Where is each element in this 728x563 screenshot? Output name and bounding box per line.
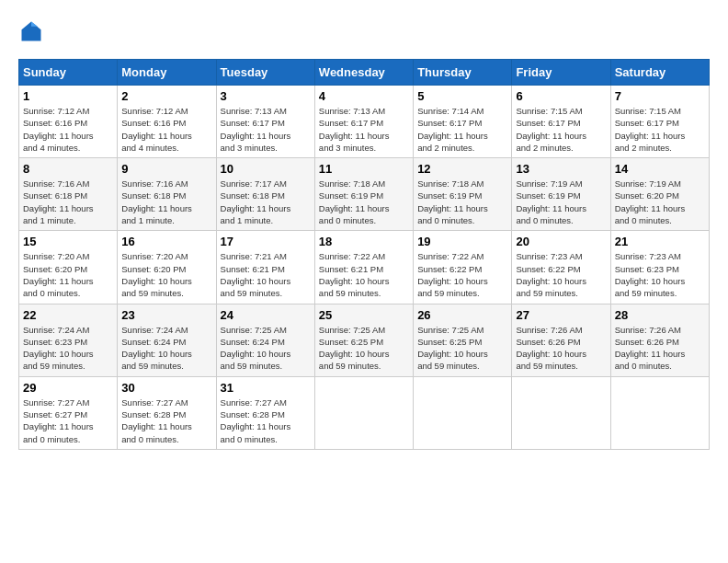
day-number: 30	[121, 381, 211, 395]
page-header	[18, 18, 710, 44]
calendar-cell: 9Sunrise: 7:16 AM Sunset: 6:18 PM Daylig…	[118, 158, 216, 231]
day-number: 24	[221, 308, 311, 322]
day-info: Sunrise: 7:21 AM Sunset: 6:21 PM Dayligh…	[221, 250, 311, 299]
day-info: Sunrise: 7:17 AM Sunset: 6:18 PM Dayligh…	[221, 178, 311, 226]
calendar-cell: 16Sunrise: 7:20 AM Sunset: 6:20 PM Dayli…	[118, 231, 216, 304]
day-number: 11	[319, 162, 409, 176]
col-header-thursday: Thursday	[414, 60, 512, 86]
day-number: 6	[516, 89, 606, 103]
day-number: 29	[23, 381, 113, 395]
day-number: 7	[615, 89, 705, 103]
col-header-friday: Friday	[512, 60, 610, 86]
day-number: 15	[23, 235, 113, 248]
day-info: Sunrise: 7:25 AM Sunset: 6:25 PM Dayligh…	[319, 324, 409, 373]
day-number: 10	[221, 162, 311, 176]
calendar-cell: 4Sunrise: 7:13 AM Sunset: 6:17 PM Daylig…	[314, 86, 413, 158]
day-number: 9	[121, 162, 211, 176]
day-info: Sunrise: 7:26 AM Sunset: 6:26 PM Dayligh…	[516, 324, 606, 373]
calendar-header-row: SundayMondayTuesdayWednesdayThursdayFrid…	[19, 60, 710, 86]
day-info: Sunrise: 7:15 AM Sunset: 6:17 PM Dayligh…	[516, 105, 606, 154]
calendar-cell: 14Sunrise: 7:19 AM Sunset: 6:20 PM Dayli…	[610, 158, 709, 231]
calendar-cell: 2Sunrise: 7:12 AM Sunset: 6:16 PM Daylig…	[118, 86, 216, 158]
day-number: 21	[615, 235, 705, 248]
calendar-week-row: 29Sunrise: 7:27 AM Sunset: 6:27 PM Dayli…	[19, 376, 710, 449]
day-info: Sunrise: 7:27 AM Sunset: 6:28 PM Dayligh…	[121, 396, 211, 445]
calendar-cell	[314, 376, 413, 449]
day-info: Sunrise: 7:16 AM Sunset: 6:18 PM Dayligh…	[121, 178, 211, 226]
calendar-cell: 31Sunrise: 7:27 AM Sunset: 6:28 PM Dayli…	[216, 376, 314, 449]
calendar-cell: 6Sunrise: 7:15 AM Sunset: 6:17 PM Daylig…	[512, 86, 610, 158]
day-info: Sunrise: 7:23 AM Sunset: 6:22 PM Dayligh…	[516, 250, 606, 299]
calendar-cell: 11Sunrise: 7:18 AM Sunset: 6:19 PM Dayli…	[314, 158, 413, 231]
calendar-cell: 22Sunrise: 7:24 AM Sunset: 6:23 PM Dayli…	[19, 304, 118, 376]
day-info: Sunrise: 7:19 AM Sunset: 6:20 PM Dayligh…	[615, 178, 705, 226]
day-info: Sunrise: 7:12 AM Sunset: 6:16 PM Dayligh…	[121, 105, 211, 154]
calendar-cell	[414, 376, 512, 449]
day-number: 3	[221, 89, 311, 103]
calendar-week-row: 15Sunrise: 7:20 AM Sunset: 6:20 PM Dayli…	[19, 231, 710, 304]
calendar-cell: 13Sunrise: 7:19 AM Sunset: 6:19 PM Dayli…	[512, 158, 610, 231]
day-info: Sunrise: 7:14 AM Sunset: 6:17 PM Dayligh…	[417, 105, 507, 154]
calendar-cell: 1Sunrise: 7:12 AM Sunset: 6:16 PM Daylig…	[19, 86, 118, 158]
day-number: 20	[516, 235, 606, 248]
calendar-cell	[512, 376, 610, 449]
day-info: Sunrise: 7:20 AM Sunset: 6:20 PM Dayligh…	[121, 250, 211, 299]
calendar-week-row: 1Sunrise: 7:12 AM Sunset: 6:16 PM Daylig…	[19, 86, 710, 158]
calendar-cell: 19Sunrise: 7:22 AM Sunset: 6:22 PM Dayli…	[414, 231, 512, 304]
calendar-cell: 18Sunrise: 7:22 AM Sunset: 6:21 PM Dayli…	[314, 231, 413, 304]
svg-marker-1	[31, 22, 38, 27]
day-number: 4	[319, 89, 409, 103]
day-number: 26	[417, 308, 507, 322]
calendar-cell: 30Sunrise: 7:27 AM Sunset: 6:28 PM Dayli…	[118, 376, 216, 449]
day-number: 8	[23, 162, 113, 176]
calendar-cell	[610, 376, 709, 449]
calendar-cell: 10Sunrise: 7:17 AM Sunset: 6:18 PM Dayli…	[216, 158, 314, 231]
day-number: 18	[319, 235, 409, 248]
day-info: Sunrise: 7:18 AM Sunset: 6:19 PM Dayligh…	[319, 178, 409, 226]
col-header-sunday: Sunday	[19, 60, 118, 86]
day-info: Sunrise: 7:24 AM Sunset: 6:24 PM Dayligh…	[121, 324, 211, 373]
calendar-cell: 15Sunrise: 7:20 AM Sunset: 6:20 PM Dayli…	[19, 231, 118, 304]
calendar-cell: 12Sunrise: 7:18 AM Sunset: 6:19 PM Dayli…	[414, 158, 512, 231]
day-info: Sunrise: 7:18 AM Sunset: 6:19 PM Dayligh…	[417, 178, 507, 226]
day-number: 31	[221, 381, 311, 395]
day-info: Sunrise: 7:16 AM Sunset: 6:18 PM Dayligh…	[23, 178, 113, 226]
calendar-cell: 21Sunrise: 7:23 AM Sunset: 6:23 PM Dayli…	[610, 231, 709, 304]
calendar-cell: 28Sunrise: 7:26 AM Sunset: 6:26 PM Dayli…	[610, 304, 709, 376]
day-number: 13	[516, 162, 606, 176]
calendar-cell: 20Sunrise: 7:23 AM Sunset: 6:22 PM Dayli…	[512, 231, 610, 304]
day-number: 22	[23, 308, 113, 322]
day-info: Sunrise: 7:24 AM Sunset: 6:23 PM Dayligh…	[23, 324, 113, 373]
day-info: Sunrise: 7:23 AM Sunset: 6:23 PM Dayligh…	[615, 250, 705, 299]
day-number: 19	[417, 235, 507, 248]
calendar-cell: 26Sunrise: 7:25 AM Sunset: 6:25 PM Dayli…	[414, 304, 512, 376]
day-info: Sunrise: 7:15 AM Sunset: 6:17 PM Dayligh…	[615, 105, 705, 154]
day-info: Sunrise: 7:25 AM Sunset: 6:25 PM Dayligh…	[417, 324, 507, 373]
day-info: Sunrise: 7:19 AM Sunset: 6:19 PM Dayligh…	[516, 178, 606, 226]
day-number: 14	[615, 162, 705, 176]
col-header-monday: Monday	[118, 60, 216, 86]
day-info: Sunrise: 7:22 AM Sunset: 6:22 PM Dayligh…	[417, 250, 507, 299]
calendar-cell: 27Sunrise: 7:26 AM Sunset: 6:26 PM Dayli…	[512, 304, 610, 376]
calendar-cell: 7Sunrise: 7:15 AM Sunset: 6:17 PM Daylig…	[610, 86, 709, 158]
col-header-tuesday: Tuesday	[216, 60, 314, 86]
day-number: 16	[121, 235, 211, 248]
day-number: 1	[23, 89, 113, 103]
day-info: Sunrise: 7:13 AM Sunset: 6:17 PM Dayligh…	[319, 105, 409, 154]
day-info: Sunrise: 7:20 AM Sunset: 6:20 PM Dayligh…	[23, 250, 113, 299]
day-number: 5	[417, 89, 507, 103]
calendar-cell: 25Sunrise: 7:25 AM Sunset: 6:25 PM Dayli…	[314, 304, 413, 376]
calendar-cell: 24Sunrise: 7:25 AM Sunset: 6:24 PM Dayli…	[216, 304, 314, 376]
calendar-cell: 23Sunrise: 7:24 AM Sunset: 6:24 PM Dayli…	[118, 304, 216, 376]
calendar-cell: 3Sunrise: 7:13 AM Sunset: 6:17 PM Daylig…	[216, 86, 314, 158]
col-header-saturday: Saturday	[610, 60, 709, 86]
calendar-week-row: 22Sunrise: 7:24 AM Sunset: 6:23 PM Dayli…	[19, 304, 710, 376]
calendar-cell: 8Sunrise: 7:16 AM Sunset: 6:18 PM Daylig…	[19, 158, 118, 231]
logo-icon	[18, 18, 44, 44]
day-number: 12	[417, 162, 507, 176]
day-info: Sunrise: 7:12 AM Sunset: 6:16 PM Dayligh…	[23, 105, 113, 154]
day-info: Sunrise: 7:27 AM Sunset: 6:28 PM Dayligh…	[221, 396, 311, 445]
day-number: 25	[319, 308, 409, 322]
day-number: 27	[516, 308, 606, 322]
logo	[18, 18, 48, 44]
